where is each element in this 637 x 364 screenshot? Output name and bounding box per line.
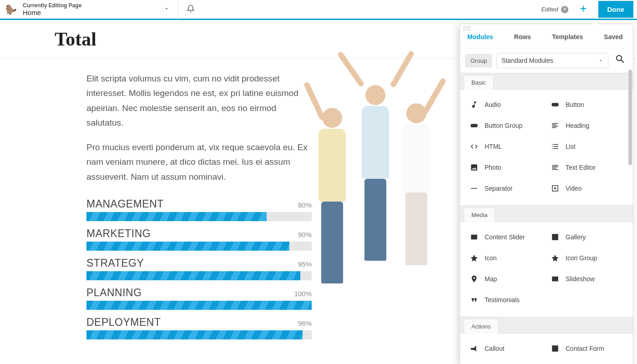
- section-basic: Basic: [460, 73, 633, 90]
- bar-percent: 100%: [294, 290, 312, 298]
- bar-track: [86, 242, 312, 251]
- heading-icon: [551, 121, 559, 130]
- module-map[interactable]: Map: [467, 268, 548, 289]
- progress-bars: MANAGEMENT80% MARKETING90% STRATEGY95% P…: [86, 198, 312, 339]
- page-name: Home: [23, 9, 81, 16]
- star-icon: [551, 254, 559, 262]
- bar-label: DEPLOYMENT: [86, 316, 161, 329]
- done-button[interactable]: Done: [598, 1, 634, 18]
- svg-rect-4: [553, 235, 557, 239]
- megaphone-icon: [470, 344, 478, 353]
- photo-icon: [470, 163, 478, 172]
- bar-percent: 96%: [298, 319, 312, 327]
- beaver-logo: 🦫: [4, 2, 18, 17]
- module-audio[interactable]: Audio: [467, 94, 548, 115]
- body-text: Elit scripta volumus cu vim, cum no vidi…: [86, 71, 312, 184]
- module-icon[interactable]: Icon: [467, 248, 548, 268]
- svg-rect-5: [552, 277, 558, 281]
- bar-row: PLANNING100%: [86, 287, 312, 310]
- content-right: [330, 71, 466, 346]
- bar-label: STRATEGY: [86, 257, 144, 269]
- module-slideshow[interactable]: Slideshow: [548, 268, 629, 289]
- slider-icon: [470, 233, 478, 241]
- divider: [178, 0, 178, 20]
- modules-panel: Modules Rows Templates Saved Group Stand…: [460, 24, 633, 364]
- tab-saved[interactable]: Saved: [600, 30, 626, 48]
- module-button[interactable]: Button: [548, 94, 629, 115]
- module-video[interactable]: Video: [548, 178, 629, 199]
- section-actions: Actions: [460, 317, 633, 334]
- module-grid-actions: Callout Contact Form: [460, 334, 633, 364]
- scrollbar[interactable]: [628, 70, 632, 165]
- map-pin-icon: [470, 275, 478, 283]
- bar-track: [86, 330, 312, 339]
- bell-icon[interactable]: [187, 5, 195, 14]
- module-callout[interactable]: Callout: [467, 338, 548, 359]
- bar-fill: [86, 212, 267, 221]
- tab-modules[interactable]: Modules: [464, 30, 497, 48]
- module-button-group[interactable]: Button Group: [467, 115, 548, 136]
- bar-fill: [86, 242, 289, 251]
- module-group-select[interactable]: Standard Modules: [496, 53, 608, 68]
- bar-fill: [86, 271, 300, 280]
- builder-top-bar: 🦫 Currently Editing Page Home Edited ? D…: [0, 0, 637, 20]
- bar-track: [86, 271, 312, 280]
- page-label[interactable]: Currently Editing Page Home: [23, 2, 81, 16]
- chevron-down-icon: [598, 58, 603, 63]
- drag-handle-icon[interactable]: [463, 26, 471, 30]
- site-logo[interactable]: Total: [55, 28, 96, 50]
- module-icon-group[interactable]: Icon Group: [548, 248, 629, 268]
- chevron-down-icon[interactable]: [163, 5, 170, 13]
- module-heading[interactable]: Heading: [548, 115, 629, 136]
- quote-icon: [470, 296, 478, 304]
- bar-label: MANAGEMENT: [86, 198, 164, 210]
- form-icon: [551, 344, 559, 353]
- button-group-icon: [470, 121, 478, 130]
- tab-rows[interactable]: Rows: [511, 30, 535, 48]
- svg-rect-0: [552, 103, 558, 106]
- module-html[interactable]: HTML: [467, 136, 548, 157]
- add-content-button[interactable]: [575, 2, 592, 17]
- bar-track: [86, 301, 312, 310]
- filter-row: Group Standard Modules: [460, 48, 633, 73]
- text-editor-icon: [551, 163, 559, 172]
- hero-image: [307, 71, 435, 267]
- star-icon: [470, 254, 478, 262]
- list-icon: [551, 142, 559, 151]
- svg-rect-6: [552, 346, 558, 351]
- content-left: Elit scripta volumus cu vim, cum no vidi…: [86, 71, 312, 346]
- module-text-editor[interactable]: Text Editor: [548, 157, 629, 178]
- bar-fill: [86, 330, 303, 339]
- code-icon: [470, 142, 478, 151]
- module-contact-form[interactable]: Contact Form: [548, 338, 629, 359]
- svg-rect-1: [471, 124, 477, 127]
- bar-row: STRATEGY95%: [86, 257, 312, 280]
- bar-fill: [86, 301, 312, 310]
- video-icon: [551, 184, 559, 192]
- help-icon[interactable]: ?: [561, 6, 568, 13]
- paragraph: Pro mucius everti ponderum at, vix reque…: [86, 140, 312, 184]
- module-list[interactable]: List: [548, 136, 629, 157]
- module-gallery[interactable]: Gallery: [548, 227, 629, 248]
- edited-indicator: Edited ?: [541, 6, 568, 13]
- section-media: Media: [460, 205, 633, 222]
- bar-row: MARKETING90%: [86, 228, 312, 251]
- bar-track: [86, 212, 312, 221]
- module-content-slider[interactable]: Content Slider: [467, 227, 548, 248]
- separator-icon: [470, 184, 478, 192]
- search-icon[interactable]: [613, 53, 627, 68]
- module-grid-basic: Audio Button Button Group Heading HTML L…: [460, 90, 633, 205]
- button-icon: [551, 101, 559, 109]
- gallery-icon: [551, 233, 559, 241]
- bar-row: MANAGEMENT80%: [86, 198, 312, 221]
- editing-label: Currently Editing Page: [23, 2, 81, 9]
- module-photo[interactable]: Photo: [467, 157, 548, 178]
- music-icon: [470, 101, 478, 109]
- module-separator[interactable]: Separator: [467, 178, 548, 199]
- group-chip[interactable]: Group: [465, 54, 492, 67]
- paragraph: Elit scripta volumus cu vim, cum no vidi…: [86, 71, 312, 130]
- module-grid-media: Content Slider Gallery Icon Icon Group M…: [460, 222, 633, 317]
- tab-templates[interactable]: Templates: [548, 30, 586, 48]
- bar-row: DEPLOYMENT96%: [86, 316, 312, 339]
- module-testimonials[interactable]: Testimonials: [467, 289, 548, 310]
